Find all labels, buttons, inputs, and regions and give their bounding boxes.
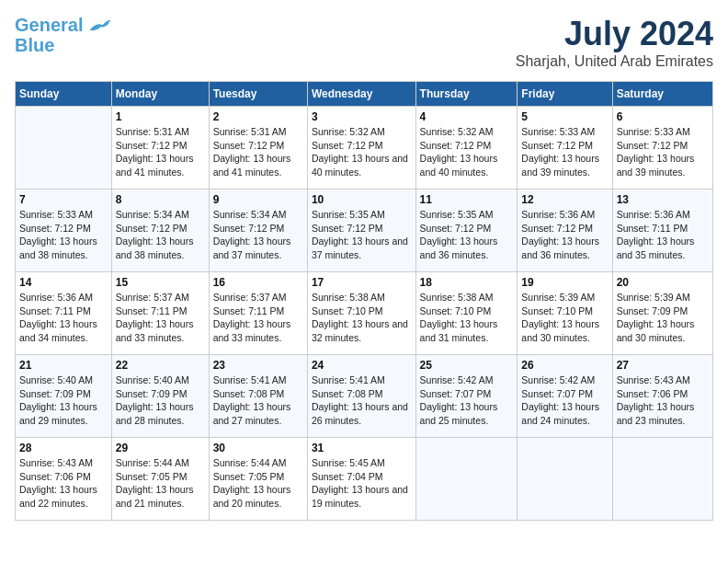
cell-info: Sunrise: 5:36 AMSunset: 7:11 PMDaylight:… [617,208,709,262]
cell-info: Sunrise: 5:35 AMSunset: 7:12 PMDaylight:… [312,208,412,262]
logo-text: General Blue [15,15,83,55]
cell-date: 3 [312,110,412,123]
week-row-1: 1Sunrise: 5:31 AMSunset: 7:12 PMDaylight… [16,107,713,190]
cell-info: Sunrise: 5:40 AMSunset: 7:09 PMDaylight:… [19,373,108,428]
cell-info: Sunrise: 5:41 AMSunset: 7:08 PMDaylight:… [213,373,303,428]
cell-info: Sunrise: 5:33 AMSunset: 7:12 PMDaylight:… [521,125,608,179]
cell-info: Sunrise: 5:32 AMSunset: 7:12 PMDaylight:… [420,125,514,179]
cell-date: 12 [521,193,608,206]
cell-date: 18 [420,276,514,289]
cell-info: Sunrise: 5:36 AMSunset: 7:12 PMDaylight:… [521,208,608,262]
cell-info: Sunrise: 5:36 AMSunset: 7:11 PMDaylight:… [19,291,108,345]
cell-info: Sunrise: 5:37 AMSunset: 7:11 PMDaylight:… [116,291,205,345]
calendar-cell: 5Sunrise: 5:33 AMSunset: 7:12 PMDaylight… [518,107,612,190]
main-title: July 2024 [516,15,713,53]
cell-info: Sunrise: 5:43 AMSunset: 7:06 PMDaylight:… [19,456,108,511]
calendar-cell: 25Sunrise: 5:42 AMSunset: 7:07 PMDayligh… [415,355,518,438]
calendar-cell: 24Sunrise: 5:41 AMSunset: 7:08 PMDayligh… [307,355,415,438]
cell-info: Sunrise: 5:31 AMSunset: 7:12 PMDaylight:… [116,125,205,179]
calendar-cell: 10Sunrise: 5:35 AMSunset: 7:12 PMDayligh… [307,190,415,272]
week-row-4: 21Sunrise: 5:40 AMSunset: 7:09 PMDayligh… [16,355,713,438]
cell-info: Sunrise: 5:43 AMSunset: 7:06 PMDaylight:… [617,373,709,428]
header-cell-wednesday: Wednesday [307,82,415,107]
calendar-cell: 13Sunrise: 5:36 AMSunset: 7:11 PMDayligh… [612,190,712,272]
cell-info: Sunrise: 5:39 AMSunset: 7:09 PMDaylight:… [617,291,709,345]
calendar-cell: 17Sunrise: 5:38 AMSunset: 7:10 PMDayligh… [307,272,415,355]
cell-date: 9 [213,193,303,206]
header-cell-saturday: Saturday [612,82,712,107]
cell-date: 4 [420,110,514,123]
cell-info: Sunrise: 5:34 AMSunset: 7:12 PMDaylight:… [116,208,205,262]
logo: General Blue [15,15,112,55]
cell-date: 6 [617,110,709,123]
cell-info: Sunrise: 5:32 AMSunset: 7:12 PMDaylight:… [312,125,412,179]
subtitle: Sharjah, United Arab Emirates [516,53,713,70]
calendar-cell: 28Sunrise: 5:43 AMSunset: 7:06 PMDayligh… [16,438,112,521]
cell-info: Sunrise: 5:44 AMSunset: 7:05 PMDaylight:… [116,456,205,511]
cell-info: Sunrise: 5:41 AMSunset: 7:08 PMDaylight:… [312,373,412,428]
cell-info: Sunrise: 5:37 AMSunset: 7:11 PMDaylight:… [213,291,303,345]
cell-date: 15 [116,276,205,289]
cell-date: 5 [521,110,608,123]
cell-date: 21 [19,359,108,372]
cell-date: 23 [213,359,303,372]
cell-date: 26 [521,359,608,372]
calendar-cell: 31Sunrise: 5:45 AMSunset: 7:04 PMDayligh… [307,438,415,521]
page-header: General Blue July 2024 Sharjah, United A… [15,15,713,70]
calendar-cell: 18Sunrise: 5:38 AMSunset: 7:10 PMDayligh… [415,272,518,355]
calendar-cell: 19Sunrise: 5:39 AMSunset: 7:10 PMDayligh… [518,272,612,355]
calendar-cell: 12Sunrise: 5:36 AMSunset: 7:12 PMDayligh… [518,190,612,272]
calendar-cell: 26Sunrise: 5:42 AMSunset: 7:07 PMDayligh… [518,355,612,438]
calendar-cell: 20Sunrise: 5:39 AMSunset: 7:09 PMDayligh… [612,272,712,355]
logo-general: General [15,15,83,35]
cell-date: 8 [116,193,205,206]
week-row-3: 14Sunrise: 5:36 AMSunset: 7:11 PMDayligh… [16,272,713,355]
cell-date: 7 [19,193,108,206]
calendar-cell: 27Sunrise: 5:43 AMSunset: 7:06 PMDayligh… [612,355,712,438]
cell-info: Sunrise: 5:38 AMSunset: 7:10 PMDaylight:… [420,291,514,345]
cell-info: Sunrise: 5:38 AMSunset: 7:10 PMDaylight:… [312,291,412,345]
header-cell-tuesday: Tuesday [209,82,307,107]
calendar-cell: 14Sunrise: 5:36 AMSunset: 7:11 PMDayligh… [16,272,112,355]
cell-info: Sunrise: 5:33 AMSunset: 7:12 PMDaylight:… [617,125,709,179]
cell-info: Sunrise: 5:31 AMSunset: 7:12 PMDaylight:… [213,125,303,179]
week-row-5: 28Sunrise: 5:43 AMSunset: 7:06 PMDayligh… [16,438,713,521]
calendar-cell: 30Sunrise: 5:44 AMSunset: 7:05 PMDayligh… [209,438,307,521]
calendar-cell: 7Sunrise: 5:33 AMSunset: 7:12 PMDaylight… [16,190,112,272]
header-cell-friday: Friday [518,82,612,107]
logo-bird-icon [86,18,112,35]
calendar-cell: 22Sunrise: 5:40 AMSunset: 7:09 PMDayligh… [111,355,209,438]
title-block: July 2024 Sharjah, United Arab Emirates [516,15,713,70]
cell-date: 1 [116,110,205,123]
cell-date: 11 [420,193,514,206]
calendar-cell: 9Sunrise: 5:34 AMSunset: 7:12 PMDaylight… [209,190,307,272]
calendar-cell: 29Sunrise: 5:44 AMSunset: 7:05 PMDayligh… [111,438,209,521]
cell-date: 22 [116,359,205,372]
calendar-table: SundayMondayTuesdayWednesdayThursdayFrid… [15,81,713,521]
header-cell-thursday: Thursday [415,82,518,107]
calendar-cell [518,438,612,521]
cell-date: 20 [617,276,709,289]
cell-info: Sunrise: 5:42 AMSunset: 7:07 PMDaylight:… [420,373,514,428]
calendar-cell: 1Sunrise: 5:31 AMSunset: 7:12 PMDaylight… [111,107,209,190]
cell-date: 14 [19,276,108,289]
cell-date: 24 [312,359,412,372]
calendar-cell: 8Sunrise: 5:34 AMSunset: 7:12 PMDaylight… [111,190,209,272]
cell-date: 31 [312,442,412,454]
calendar-cell: 15Sunrise: 5:37 AMSunset: 7:11 PMDayligh… [111,272,209,355]
week-row-2: 7Sunrise: 5:33 AMSunset: 7:12 PMDaylight… [16,190,713,272]
logo-blue: Blue [15,35,54,55]
calendar-cell [16,107,112,190]
cell-info: Sunrise: 5:35 AMSunset: 7:12 PMDaylight:… [420,208,514,262]
calendar-cell: 21Sunrise: 5:40 AMSunset: 7:09 PMDayligh… [16,355,112,438]
cell-date: 25 [420,359,514,372]
cell-info: Sunrise: 5:39 AMSunset: 7:10 PMDaylight:… [521,291,608,345]
cell-info: Sunrise: 5:42 AMSunset: 7:07 PMDaylight:… [521,373,608,428]
cell-info: Sunrise: 5:40 AMSunset: 7:09 PMDaylight:… [116,373,205,428]
cell-date: 19 [521,276,608,289]
calendar-cell: 4Sunrise: 5:32 AMSunset: 7:12 PMDaylight… [415,107,518,190]
cell-info: Sunrise: 5:44 AMSunset: 7:05 PMDaylight:… [213,456,303,511]
calendar-cell: 23Sunrise: 5:41 AMSunset: 7:08 PMDayligh… [209,355,307,438]
cell-date: 10 [312,193,412,206]
calendar-cell: 16Sunrise: 5:37 AMSunset: 7:11 PMDayligh… [209,272,307,355]
